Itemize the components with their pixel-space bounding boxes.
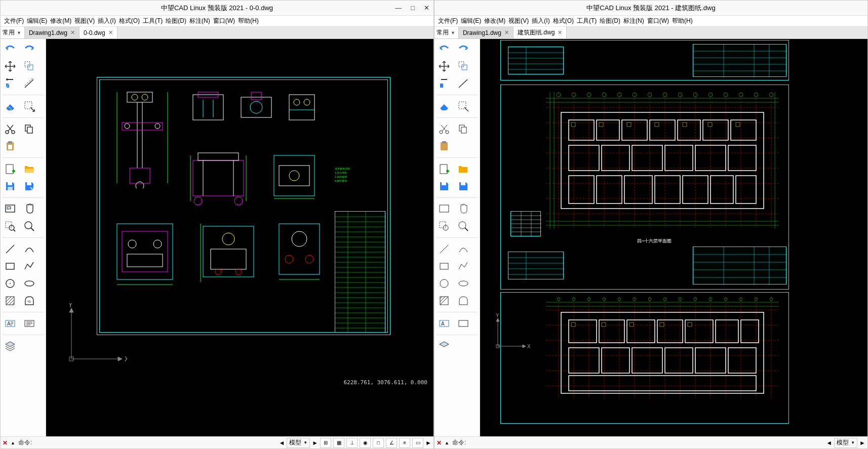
- model-space-dropdown[interactable]: 模型▼: [834, 438, 857, 448]
- close-icon[interactable]: ✕: [558, 29, 562, 36]
- saveas-icon[interactable]: [22, 179, 37, 193]
- ortho-icon[interactable]: ⊥: [346, 438, 358, 448]
- rect-icon[interactable]: [437, 259, 452, 273]
- new-icon[interactable]: [3, 162, 18, 176]
- drawing-canvas[interactable]: 四~十六层平面图: [480, 39, 867, 436]
- menu-format[interactable]: 格式(O): [117, 17, 141, 25]
- ellipse-icon[interactable]: [22, 276, 37, 291]
- zoom-region-icon[interactable]: [437, 219, 452, 233]
- hatch-icon[interactable]: [3, 294, 18, 308]
- arc-icon[interactable]: [22, 242, 37, 256]
- close-icon[interactable]: ✕: [504, 29, 509, 36]
- mtext-icon[interactable]: [456, 316, 471, 331]
- construct-line-icon[interactable]: [22, 76, 37, 91]
- match-prop-icon[interactable]: [437, 76, 452, 91]
- redo-icon[interactable]: [22, 42, 37, 56]
- copy-icon[interactable]: [22, 122, 37, 136]
- menu-window[interactable]: 窗口(W): [646, 17, 670, 25]
- menu-tools[interactable]: 工具(T): [575, 17, 598, 25]
- select-icon[interactable]: [456, 99, 471, 113]
- menu-help[interactable]: 帮助(H): [236, 17, 260, 25]
- redo-icon[interactable]: [456, 42, 471, 56]
- titlebar[interactable]: 中望CAD Linux 预装版 2021 - 建筑图纸.dwg: [435, 1, 867, 16]
- drawing-canvas[interactable]: 技术要求说明1.未注倒角2.表面处理3.材料要求: [46, 39, 433, 436]
- close-button[interactable]: ✕: [424, 4, 429, 12]
- osnap-icon[interactable]: □: [373, 438, 384, 448]
- pan-icon[interactable]: [22, 202, 37, 216]
- cut-icon[interactable]: [437, 122, 452, 136]
- undo-icon[interactable]: [3, 42, 18, 56]
- text-icon[interactable]: A: [437, 316, 452, 331]
- zoom-region-icon[interactable]: [3, 219, 18, 233]
- arc-icon[interactable]: [456, 242, 471, 256]
- doc-tab-drawing1[interactable]: Drawing1.dwg ✕: [25, 27, 80, 38]
- model-toggle-icon[interactable]: ▭: [412, 438, 423, 448]
- menu-view[interactable]: 视图(V): [73, 17, 96, 25]
- erase-icon[interactable]: [437, 99, 452, 113]
- chevron-right-icon[interactable]: ►: [312, 439, 318, 446]
- move-icon[interactable]: [437, 59, 452, 73]
- ellipse-icon[interactable]: [456, 276, 471, 291]
- zoom-window-icon[interactable]: [437, 202, 452, 216]
- ribbon-tab[interactable]: 常用 ▼: [435, 27, 459, 38]
- copy-selection-icon[interactable]: [456, 59, 471, 73]
- close-command-icon[interactable]: ✕: [437, 439, 442, 446]
- line-icon[interactable]: [437, 242, 452, 256]
- menu-window[interactable]: 窗口(W): [212, 17, 236, 25]
- lineweight-icon[interactable]: ≡: [399, 438, 410, 448]
- menu-file[interactable]: 文件(F): [437, 17, 459, 25]
- chevron-up-icon[interactable]: ▲: [11, 440, 15, 445]
- chevron-up-icon[interactable]: ▲: [445, 440, 449, 445]
- paste-icon[interactable]: [437, 139, 452, 153]
- move-icon[interactable]: [3, 59, 18, 73]
- menu-dimension[interactable]: 标注(N): [622, 17, 646, 25]
- open-icon[interactable]: [456, 162, 471, 176]
- chevron-left-icon[interactable]: ◄: [279, 439, 285, 446]
- save-icon[interactable]: [437, 179, 452, 193]
- polyline-icon[interactable]: [456, 259, 471, 273]
- close-command-icon[interactable]: ✕: [3, 439, 8, 446]
- match-prop-icon[interactable]: [3, 76, 18, 91]
- hatch-icon[interactable]: [437, 294, 452, 308]
- menu-help[interactable]: 帮助(H): [670, 17, 694, 25]
- menu-file[interactable]: 文件(F): [3, 17, 25, 25]
- titlebar[interactable]: 中望CAD Linux 预装版 2021 - 0-0.dwg — □ ✕: [1, 1, 433, 16]
- layers-icon[interactable]: [437, 339, 452, 353]
- menu-draw[interactable]: 绘图(D): [164, 17, 188, 25]
- copy-icon[interactable]: [456, 122, 471, 136]
- menu-edit[interactable]: 编辑(E): [25, 17, 49, 25]
- undo-icon[interactable]: [437, 42, 452, 56]
- doc-tab-drawing1[interactable]: Drawing1.dwg ✕: [459, 27, 514, 38]
- menu-view[interactable]: 视图(V): [507, 17, 530, 25]
- zoom-icon[interactable]: [22, 219, 37, 233]
- region-icon[interactable]: ½: [22, 294, 37, 308]
- layers-icon[interactable]: [3, 339, 18, 353]
- polyline-icon[interactable]: [22, 259, 37, 273]
- command-input[interactable]: [35, 439, 136, 446]
- chevron-right-icon[interactable]: ►: [859, 439, 865, 446]
- copy-selection-icon[interactable]: [22, 59, 37, 73]
- select-icon[interactable]: [22, 99, 37, 113]
- construct-line-icon[interactable]: [456, 76, 471, 91]
- close-icon[interactable]: ✕: [108, 29, 113, 36]
- paste-icon[interactable]: [3, 139, 18, 153]
- menu-insert[interactable]: 插入(I): [96, 17, 117, 25]
- polar-icon[interactable]: ◉: [360, 438, 371, 448]
- circle-icon[interactable]: [437, 276, 452, 291]
- menu-draw[interactable]: 绘图(D): [598, 17, 622, 25]
- menu-dimension[interactable]: 标注(N): [188, 17, 212, 25]
- snap-icon[interactable]: ▦: [333, 438, 344, 448]
- chevron-right-icon[interactable]: ►: [425, 439, 431, 446]
- otrack-icon[interactable]: ∠: [386, 438, 397, 448]
- chevron-left-icon[interactable]: ◄: [826, 439, 832, 446]
- cut-icon[interactable]: [3, 122, 18, 136]
- erase-icon[interactable]: [3, 99, 18, 113]
- doc-tab-0-0[interactable]: 0-0.dwg ✕: [80, 27, 117, 38]
- new-icon[interactable]: [437, 162, 452, 176]
- zoom-window-icon[interactable]: [3, 202, 18, 216]
- rect-icon[interactable]: [3, 259, 18, 273]
- text-icon[interactable]: A: [3, 316, 18, 331]
- saveas-icon[interactable]: [456, 179, 471, 193]
- grid-icon[interactable]: ⊞: [320, 438, 331, 448]
- menu-edit[interactable]: 编辑(E): [459, 17, 483, 25]
